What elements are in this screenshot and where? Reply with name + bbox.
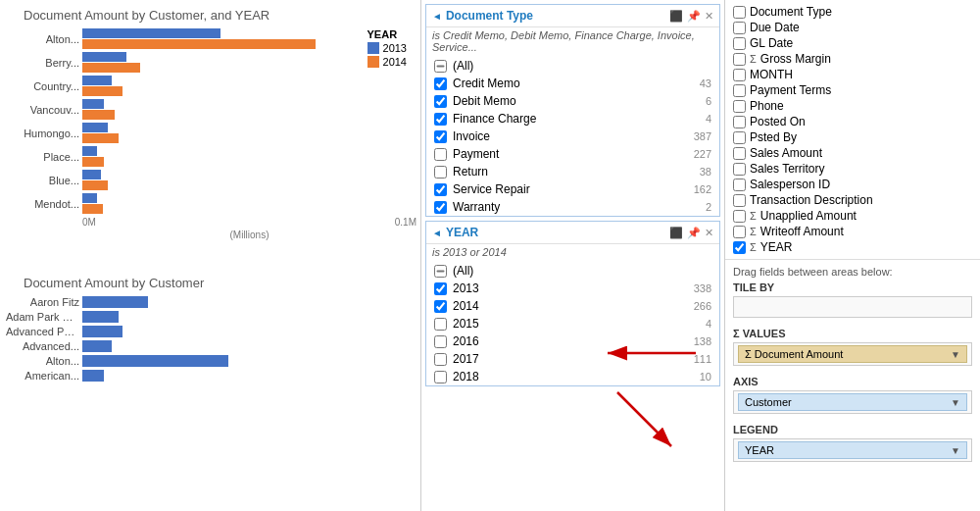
top-bar-row: Place... (82, 146, 416, 167)
year-filter-item[interactable]: (All) (426, 262, 719, 280)
field-checkbox[interactable] (733, 179, 746, 191)
year-filter: YEAR ⬛ 📌 ✕ is 2013 or 2014 (All)20133382… (425, 221, 720, 386)
bar-label: Adam Park Resort (6, 311, 79, 323)
year-checkbox[interactable] (434, 282, 447, 295)
field-label: Phone (750, 99, 784, 113)
filter-item[interactable]: Invoice387 (426, 128, 719, 145)
axis-item-customer[interactable]: Customer ▼ (738, 393, 967, 411)
field-checkbox[interactable] (733, 100, 746, 113)
filter-icons-year: ⬛ 📌 ✕ (669, 227, 713, 239)
bar-label: Aaron Fitz (6, 296, 79, 308)
x-axis-01m: 0.1M (395, 217, 416, 228)
tile-by-box[interactable] (733, 296, 972, 318)
field-item[interactable]: Transaction Description (725, 192, 980, 208)
field-item[interactable]: Σ Gross Margin (725, 51, 980, 67)
multiselect-icon[interactable]: ⬛ (669, 10, 683, 23)
field-checkbox[interactable] (733, 131, 746, 144)
pin-icon-year[interactable]: 📌 (687, 227, 701, 239)
filter-item-label: Service Repair (453, 182, 530, 196)
legend-box[interactable]: YEAR ▼ (733, 438, 972, 462)
field-checkbox[interactable] (733, 147, 746, 160)
year-filter-item[interactable]: 201810 (426, 368, 719, 385)
field-item[interactable]: Sales Amount (725, 145, 980, 161)
filter-checkbox[interactable] (434, 183, 447, 196)
legend-item-year[interactable]: YEAR ▼ (738, 441, 967, 459)
year-filter-item[interactable]: 2017111 (426, 350, 719, 368)
year-filter-item-left: (All) (434, 264, 473, 278)
bar-label: Advanced Paper Co. (6, 326, 79, 337)
filter-item-count: 227 (694, 148, 711, 160)
year-filter-item[interactable]: 2014266 (426, 297, 719, 315)
filter-item[interactable]: Payment227 (426, 145, 719, 163)
field-checkbox[interactable] (733, 37, 746, 50)
year-checkbox[interactable] (434, 353, 447, 366)
field-item[interactable]: Phone (725, 98, 980, 114)
field-item[interactable]: Payment Terms (725, 82, 980, 98)
multiselect-icon-year[interactable]: ⬛ (669, 227, 683, 239)
field-item[interactable]: Due Date (725, 20, 980, 35)
filter-checkbox[interactable] (434, 201, 447, 214)
bar-group (82, 52, 140, 73)
year-checkbox[interactable] (434, 265, 447, 278)
legend-dropdown-arrow[interactable]: ▼ (951, 445, 960, 456)
year-checkbox[interactable] (434, 318, 447, 331)
top-bar-row: Blue... (82, 170, 416, 190)
filter-checkbox[interactable] (434, 113, 447, 126)
field-item[interactable]: Salesperson ID (725, 177, 980, 192)
filter-checkbox[interactable] (434, 60, 447, 73)
filter-checkbox[interactable] (434, 77, 447, 90)
field-checkbox[interactable] (733, 210, 746, 223)
year-filter-item[interactable]: 2013338 (426, 280, 719, 297)
filter-checkbox[interactable] (434, 130, 447, 143)
field-item[interactable]: Σ Unapplied Amount (725, 208, 980, 224)
bottom-bar-row: Alton... (82, 355, 416, 367)
field-item[interactable]: Σ Writeoff Amount (725, 224, 980, 239)
top-bar-row: Vancouv... (82, 99, 416, 120)
filter-item[interactable]: Credit Memo43 (426, 75, 719, 92)
filter-item[interactable]: Debit Memo6 (426, 92, 719, 110)
year-checkbox[interactable] (434, 335, 447, 348)
values-box[interactable]: Σ Document Amount ▼ (733, 342, 972, 366)
bar-group (82, 28, 316, 49)
filter-item[interactable]: Service Repair162 (426, 180, 719, 198)
year-checkbox[interactable] (434, 300, 447, 313)
filter-checkbox[interactable] (434, 148, 447, 161)
values-item-document-amount[interactable]: Σ Document Amount ▼ (738, 345, 967, 363)
filter-item[interactable]: Return38 (426, 163, 719, 180)
field-checkbox[interactable] (733, 116, 746, 128)
filter-item[interactable]: Finance Charge4 (426, 110, 719, 128)
field-checkbox[interactable] (733, 194, 746, 207)
filter-checkbox[interactable] (434, 95, 447, 108)
filter-item[interactable]: (All) (426, 57, 719, 75)
field-checkbox[interactable] (733, 53, 746, 66)
pin-icon[interactable]: 📌 (687, 10, 701, 23)
filter-item[interactable]: Warranty2 (426, 198, 719, 216)
values-dropdown-arrow[interactable]: ▼ (951, 349, 960, 360)
axis-box[interactable]: Customer ▼ (733, 390, 972, 414)
field-checkbox[interactable] (733, 6, 746, 19)
field-item[interactable]: Sales Territory (725, 161, 980, 177)
field-item[interactable]: GL Date (725, 35, 980, 51)
close-icon-doctype[interactable]: ✕ (705, 10, 713, 23)
field-label: GL Date (750, 36, 793, 50)
filter-checkbox[interactable] (434, 166, 447, 179)
year-filter-item[interactable]: 20154 (426, 315, 719, 332)
field-item[interactable]: Document Type (725, 4, 980, 20)
field-item[interactable]: Psted By (725, 129, 980, 145)
top-bar-row: Mendot... (82, 193, 416, 214)
field-checkbox[interactable] (733, 226, 746, 238)
field-item[interactable]: MONTH (725, 67, 980, 82)
field-checkbox[interactable] (733, 241, 746, 254)
field-item[interactable]: Σ YEAR (725, 239, 980, 255)
axis-dropdown-arrow[interactable]: ▼ (951, 397, 960, 408)
filter-icons-doctype: ⬛ 📌 ✕ (669, 10, 713, 23)
close-icon-year[interactable]: ✕ (705, 227, 713, 239)
field-checkbox[interactable] (733, 163, 746, 176)
year-filter-item[interactable]: 2016138 (426, 332, 719, 350)
field-checkbox[interactable] (733, 84, 746, 97)
field-checkbox[interactable] (733, 69, 746, 81)
values-area: Σ VALUES Σ Document Amount ▼ (733, 328, 972, 366)
year-checkbox[interactable] (434, 371, 447, 383)
field-item[interactable]: Posted On (725, 114, 980, 129)
field-checkbox[interactable] (733, 22, 746, 34)
